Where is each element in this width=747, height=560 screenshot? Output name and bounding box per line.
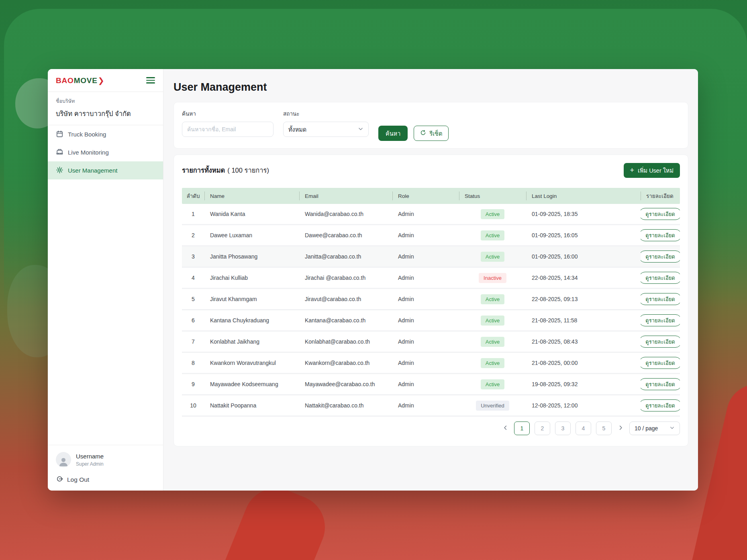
table-row: 3 Janitta Phosawang Janitta@carabao.co.t… (182, 246, 680, 268)
status-badge: Active (481, 316, 504, 326)
column-header: Status (459, 193, 526, 199)
previous-page-button[interactable] (501, 422, 509, 435)
calendar-icon (56, 130, 63, 139)
table-header-row: ลำดับ Name Email Role Status Last Login … (182, 188, 680, 204)
logout-button[interactable]: Log Out (56, 475, 155, 484)
logout-icon (56, 475, 63, 484)
sidebar-item-user-management[interactable]: User Management (48, 161, 163, 179)
company-name: บริษัท คาราบาวกรุ๊ป จำกัด (56, 108, 155, 119)
column-header: Last Login (526, 193, 641, 199)
table-row: 7 Konlabhat Jaikhang Konlabhat@carabao.c… (182, 332, 680, 353)
pagination: 12345 10 / page (182, 422, 680, 435)
page-button-3[interactable]: 3 (555, 422, 571, 435)
table-row: 10 Nattakit Poopanna Nattakit@carabao.co… (182, 395, 680, 417)
user-profile: Username Super Admin (56, 452, 155, 467)
user-name: Dawee Luxaman (204, 232, 299, 238)
view-details-button[interactable]: ดูรายละเอียด (641, 250, 680, 263)
user-role: Admin (392, 232, 459, 238)
page-button-4[interactable]: 4 (576, 422, 591, 435)
table-body: 1 Wanida Kanta Wanida@carabao.co.th Admi… (182, 204, 680, 417)
status-badge: Active (481, 379, 504, 389)
row-number: 3 (182, 253, 204, 260)
chevron-down-icon (669, 425, 675, 432)
next-page-button[interactable] (616, 422, 625, 435)
user-role: Admin (392, 211, 459, 217)
last-login: 22-08-2025, 14:34 (526, 275, 641, 281)
user-role: Admin (392, 402, 459, 409)
last-login: 01-09-2025, 18:35 (526, 211, 641, 217)
user-email: Nattakit@carabao.co.th (299, 402, 392, 409)
last-login: 01-09-2025, 16:00 (526, 253, 641, 260)
user-email: Kantana@carabao.co.th (299, 317, 392, 324)
sidebar-menu: Truck Booking Live Monitoring User Manag… (48, 125, 163, 179)
status-badge: Active (481, 252, 504, 262)
user-name: Jiravut Khanmgam (204, 296, 299, 302)
status-select[interactable]: ทั้งหมด (283, 122, 369, 137)
chevron-down-icon (358, 126, 363, 133)
row-number: 6 (182, 317, 204, 324)
table-row: 6 Kantana Chuykraduang Kantana@carabao.c… (182, 310, 680, 332)
reset-button[interactable]: รีเซ็ต (414, 126, 449, 141)
row-number: 4 (182, 275, 204, 281)
view-details-button[interactable]: ดูรายละเอียด (641, 208, 680, 220)
view-details-button[interactable]: ดูรายละเอียด (641, 378, 680, 390)
table-row: 5 Jiravut Khanmgam Jiravut@carabao.co.th… (182, 289, 680, 310)
logo-chevron-icon: ❯ (98, 76, 105, 85)
add-user-button[interactable]: + เพิ่ม User ใหม่ (624, 163, 680, 178)
app-window: BAOMOVE❯ ชื่อบริษัท บริษัท คาราบาวกรุ๊ป … (48, 69, 698, 491)
table-row: 9 Mayawadee Kodseemuang Mayawadee@caraba… (182, 374, 680, 395)
sidebar-item-truck-booking[interactable]: Truck Booking (48, 125, 163, 143)
row-number: 7 (182, 338, 204, 345)
hamburger-menu-icon[interactable] (146, 77, 155, 83)
avatar (56, 452, 71, 467)
user-email: Janitta@carabao.co.th (299, 253, 392, 260)
user-name: Mayawadee Kodseemuang (204, 381, 299, 387)
view-details-button[interactable]: ดูรายละเอียด (641, 229, 680, 241)
table-row: 2 Dawee Luxaman Dawee@carabao.co.th Admi… (182, 225, 680, 246)
user-name: Konlabhat Jaikhang (204, 338, 299, 345)
status-badge: Active (481, 230, 504, 240)
page-button-2[interactable]: 2 (535, 422, 550, 435)
user-role: Admin (392, 296, 459, 302)
last-login: 01-09-2025, 16:05 (526, 232, 641, 238)
user-table-panel: รายการทั้งหมด( 100 รายการ) + เพิ่ม User … (173, 155, 688, 446)
status-badge: Active (481, 337, 504, 347)
page-button-1[interactable]: 1 (514, 422, 530, 435)
last-login: 22-08-2025, 09:13 (526, 296, 641, 302)
company-block: ชื่อบริษัท บริษัท คาราบาวกรุ๊ป จำกัด (48, 92, 163, 125)
table-row: 1 Wanida Kanta Wanida@carabao.co.th Admi… (182, 204, 680, 225)
last-login: 21-08-2025, 00:00 (526, 360, 641, 366)
refresh-icon (420, 130, 426, 137)
sidebar-item-live-monitoring[interactable]: Live Monitoring (48, 143, 163, 161)
list-count: ( 100 รายการ) (227, 167, 269, 174)
status-badge: Active (481, 209, 504, 219)
page-button-5[interactable]: 5 (596, 422, 612, 435)
status-badge: Unverified (476, 401, 509, 411)
user-email: Jirachai @carabao.co.th (299, 275, 392, 281)
view-details-button[interactable]: ดูรายละเอียด (641, 336, 680, 348)
company-label: ชื่อบริษัท (56, 97, 155, 105)
main-content: User Management ค้นหา สถานะ ทั้งหมด ค้นห… (163, 69, 698, 491)
page-size-select[interactable]: 10 / page (629, 422, 680, 435)
view-details-button[interactable]: ดูรายละเอียด (641, 357, 680, 369)
view-details-button[interactable]: ดูรายละเอียด (641, 399, 680, 411)
user-email: Kwankorn@carabao.co.th (299, 360, 392, 366)
username: Username (76, 453, 104, 460)
user-role: Super Admin (76, 461, 104, 467)
user-name: Wanida Kanta (204, 211, 299, 217)
view-details-button[interactable]: ดูรายละเอียด (641, 272, 680, 284)
column-header: Role (392, 193, 459, 199)
search-input[interactable] (182, 122, 273, 137)
user-name: Janitta Phosawang (204, 253, 299, 260)
view-details-button[interactable]: ดูรายละเอียด (641, 293, 680, 305)
user-email: Konlabhat@carabao.co.th (299, 338, 392, 345)
list-title: รายการทั้งหมด( 100 รายการ) (182, 165, 269, 175)
row-number: 10 (182, 402, 204, 409)
last-login: 19-08-2025, 09:32 (526, 381, 641, 387)
view-details-button[interactable]: ดูรายละเอียด (641, 314, 680, 326)
row-number: 1 (182, 211, 204, 217)
user-role: Admin (392, 360, 459, 366)
page-title: User Management (173, 81, 688, 94)
search-button[interactable]: ค้นหา (378, 126, 408, 141)
user-name: Kantana Chuykraduang (204, 317, 299, 324)
